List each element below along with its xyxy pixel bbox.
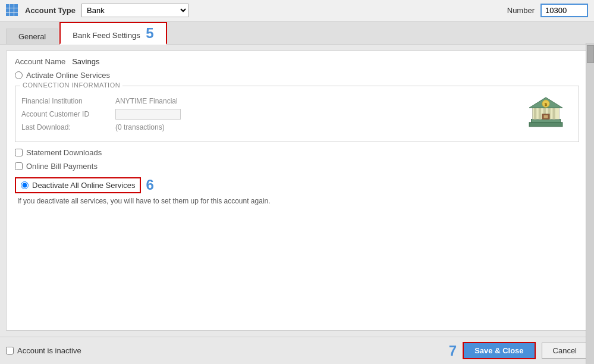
step-badge-6: 6 [146,177,153,193]
activate-online-row: Activate Online Services [15,71,579,80]
svg-text:$: $ [545,102,548,107]
deactivate-all-label: Deactivate All Online Services [32,181,135,190]
account-inactive-row: Account is inactive [6,346,81,355]
account-customer-id-row: Account Customer ID [21,109,513,120]
tab-bank-feed-settings[interactable]: Bank Feed Settings 5 [59,22,166,45]
cancel-button[interactable]: Cancel [542,343,588,359]
tab-general[interactable]: General [6,29,58,44]
deactivate-description: If you deactivate all services, you will… [17,197,579,205]
connection-fields: Financial Institution ANYTIME Financial … [21,97,513,136]
scrollbar-thumb[interactable] [587,45,594,63]
bottom-bar: Account is inactive 7 Save & Close Cance… [0,337,594,364]
save-close-button[interactable]: Save & Close [463,342,535,359]
deactivate-section: Deactivate All Online Services 6 If you … [15,177,579,205]
svg-rect-0 [529,123,562,127]
account-name-value: Savings [72,57,99,66]
account-inactive-checkbox[interactable] [6,347,14,354]
account-name-row: Account Name Savings [15,57,579,66]
connection-title: CONNECTION INFORMATION [20,81,122,89]
online-bill-payments-label: Online Bill Payments [26,162,98,171]
svg-rect-7 [552,108,555,119]
top-bar: Account Type Bank Number [0,0,594,21]
form-panel: Account Name Savings Activate Online Ser… [6,51,588,331]
account-type-select[interactable]: Bank [81,4,188,17]
svg-rect-1 [532,120,561,123]
last-download-key: Last Download: [21,123,111,131]
step-badge-5: 5 [146,25,153,41]
last-download-row: Last Download: (0 transactions) [21,123,513,131]
number-label: Number [507,6,535,15]
deactivate-radio-container: Deactivate All Online Services [15,177,141,193]
account-name-label: Account Name [15,57,65,66]
bank-icon-area: $ [519,92,573,136]
svg-rect-4 [539,108,541,119]
online-bill-payments-checkbox[interactable] [15,162,23,170]
statement-downloads-label: Statement Downloads [26,148,102,157]
bank-icon: $ [525,92,567,136]
buttons-area: 7 Save & Close Cancel [449,342,588,359]
right-scrollbar[interactable] [586,43,594,364]
svg-rect-13 [546,115,548,118]
last-download-value: (0 transactions) [115,123,165,131]
account-customer-id-input[interactable] [115,109,181,120]
activate-online-label: Activate Online Services [26,71,110,80]
account-customer-id-key: Account Customer ID [21,110,111,118]
app-grid-icon [6,4,19,17]
tabs-bar: General Bank Feed Settings 5 [0,21,594,45]
step-badge-7: 7 [449,343,457,359]
svg-rect-3 [534,108,536,119]
account-inactive-label: Account is inactive [17,346,81,355]
statement-downloads-checkbox[interactable] [15,149,23,156]
statement-downloads-row: Statement Downloads [15,148,579,157]
content-area: Account Name Savings Activate Online Ser… [0,45,594,337]
online-bill-payments-row: Online Bill Payments [15,162,579,171]
financial-institution-key: Financial Institution [21,97,111,105]
svg-rect-12 [544,115,546,118]
financial-institution-row: Financial Institution ANYTIME Financial [21,97,513,105]
activate-online-radio[interactable] [15,71,23,79]
account-type-label: Account Type [25,6,76,15]
financial-institution-value: ANYTIME Financial [115,97,178,105]
number-input[interactable] [540,4,588,17]
deactivate-all-radio[interactable] [21,181,29,189]
connection-info-box: CONNECTION INFORMATION Financial Institu… [15,86,579,142]
